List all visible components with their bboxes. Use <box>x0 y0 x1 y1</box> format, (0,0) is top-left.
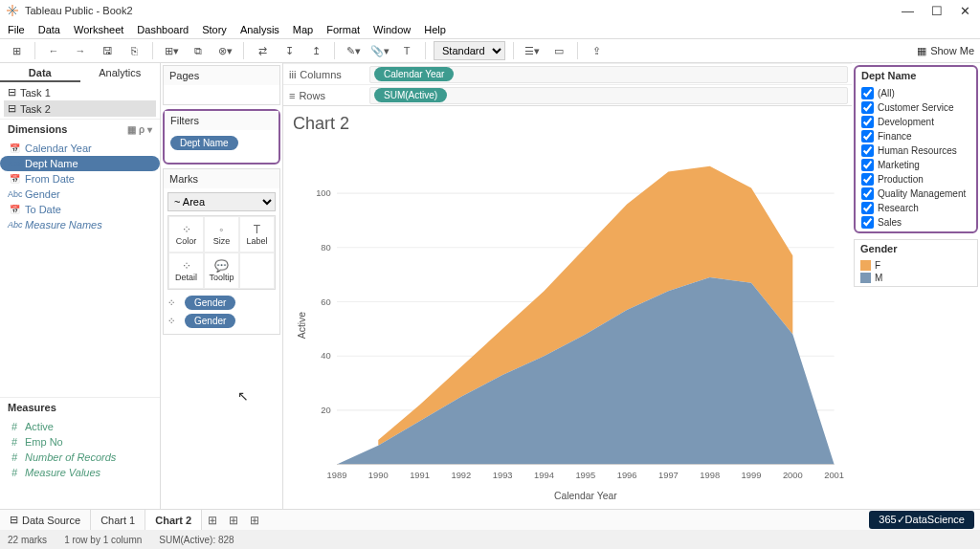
share-icon[interactable]: ⇪ <box>586 41 607 60</box>
marks-card: Marks ~ Area ⁘Color ◦Size TLabel ⁘Detail… <box>163 168 280 335</box>
dimension-field[interactable]: 📅To Date <box>0 202 160 217</box>
sort-asc-icon[interactable]: ↧ <box>278 41 300 60</box>
sheet-tabs: ⊟Data Source Chart 1 Chart 2 ⊞ ⊞ ⊞ 365✓D… <box>0 509 980 530</box>
mark-tooltip[interactable]: 💬Tooltip <box>204 253 239 289</box>
svg-text:1995: 1995 <box>575 471 595 480</box>
measure-field[interactable]: #Measure Values <box>0 465 160 480</box>
field-type-icon: # <box>8 436 21 448</box>
new-worksheet-icon[interactable]: ⊞ <box>202 514 223 527</box>
rows-pill[interactable]: SUM(Active) <box>374 88 447 102</box>
filter-checkbox[interactable]: Quality Management <box>861 187 970 201</box>
mark-label[interactable]: TLabel <box>239 216 275 253</box>
menu-format[interactable]: Format <box>326 24 360 35</box>
color-icon: ⁘ <box>167 297 183 308</box>
new-sheet-icon[interactable]: ⊞▾ <box>161 41 182 60</box>
mark-size[interactable]: ◦Size <box>204 216 239 253</box>
new-datasource-icon[interactable]: ⎘ <box>123 41 145 60</box>
connect-icon[interactable]: ⊞ <box>6 41 27 60</box>
group-icon[interactable]: 📎▾ <box>369 41 390 60</box>
close-button[interactable]: ✕ <box>960 4 970 18</box>
filter-checkbox[interactable]: (All) <box>861 86 970 100</box>
dimension-field[interactable]: 📅From Date <box>0 171 160 187</box>
menu-dashboard[interactable]: Dashboard <box>137 24 189 35</box>
filter-checkbox[interactable]: Sales <box>861 215 970 230</box>
minimize-button[interactable]: — <box>902 4 914 18</box>
status-bar: 22 marks 1 row by 1 column SUM(Active): … <box>0 530 980 549</box>
mark-color[interactable]: ⁘Color <box>168 216 204 253</box>
measure-field[interactable]: #Number of Records <box>0 450 160 465</box>
svg-text:1992: 1992 <box>451 471 471 480</box>
view-options-icon[interactable]: ▦ ρ ▾ <box>127 124 152 135</box>
filter-pill-dept[interactable]: Dept Name <box>170 136 238 150</box>
forward-icon[interactable]: → <box>70 41 91 60</box>
measure-field[interactable]: #Emp No <box>0 434 160 450</box>
dimension-field[interactable]: AbcMeasure Names <box>0 217 160 232</box>
label-icon: T <box>254 223 260 236</box>
filter-legend-pane: Dept Name (All)Customer ServiceDevelopme… <box>852 63 980 509</box>
menu-map[interactable]: Map <box>293 24 313 35</box>
new-story-icon[interactable]: ⊞ <box>244 514 265 527</box>
filter-checkbox[interactable]: Marketing <box>861 158 970 172</box>
duplicate-icon[interactable]: ⧉ <box>188 41 209 60</box>
clear-icon[interactable]: ⊗▾ <box>214 41 235 60</box>
chart-title[interactable]: Chart 2 <box>283 106 852 142</box>
measure-field[interactable]: #Active <box>0 419 160 434</box>
dimension-field[interactable]: 📅Calendar Year <box>0 141 160 156</box>
sort-desc-icon[interactable]: ↥ <box>305 41 326 60</box>
new-dashboard-icon[interactable]: ⊞ <box>223 514 244 527</box>
color-icon: ⁘ <box>182 223 191 236</box>
save-icon[interactable]: 🖫 <box>97 41 118 60</box>
filter-checkbox[interactable]: Customer Service <box>861 100 970 115</box>
highlight-icon[interactable]: ✎▾ <box>343 41 364 60</box>
datasource-icon: ⊟ <box>10 514 18 526</box>
back-icon[interactable]: ← <box>43 41 64 60</box>
swap-icon[interactable]: ⇄ <box>252 41 273 60</box>
legend-item[interactable]: F <box>860 259 971 272</box>
filter-checkbox[interactable]: Finance <box>861 129 970 143</box>
tab-data[interactable]: Data <box>0 63 80 82</box>
filter-checkbox[interactable]: Development <box>861 115 970 129</box>
sheet-tab-chart2[interactable]: Chart 2 <box>145 510 202 530</box>
fit-select[interactable]: Standard <box>434 41 505 60</box>
menu-help[interactable]: Help <box>424 24 446 35</box>
legend-item[interactable]: M <box>860 272 971 284</box>
datasource-row[interactable]: ⊟Task 2 <box>4 100 156 117</box>
columns-pill[interactable]: Calendar Year <box>374 67 454 81</box>
columns-shelf[interactable]: iiiColumns Calendar Year <box>283 63 852 84</box>
mark-detail[interactable]: ⁘Detail <box>168 253 204 289</box>
menu-data[interactable]: Data <box>38 24 60 35</box>
dimension-field[interactable]: AbcDept Name <box>0 156 160 171</box>
filter-checkbox[interactable]: Production <box>861 172 970 187</box>
dimensions-header: Dimensions ▦ ρ ▾ <box>0 119 160 139</box>
tab-analytics[interactable]: Analytics <box>80 63 161 82</box>
svg-text:1989: 1989 <box>327 471 347 480</box>
cards-icon[interactable]: ☰▾ <box>522 41 543 60</box>
svg-text:80: 80 <box>321 243 330 253</box>
menu-window[interactable]: Window <box>373 24 411 35</box>
show-me-button[interactable]: ▦ Show Me <box>917 45 974 57</box>
rows-shelf[interactable]: ≡Rows SUM(Active) <box>283 84 852 105</box>
mark-type-select[interactable]: ~ Area <box>167 192 276 211</box>
dimension-field[interactable]: AbcGender <box>0 187 160 202</box>
mark-pill-gender-detail[interactable]: Gender <box>185 314 235 328</box>
filters-card: Filters Dept Name <box>163 109 280 165</box>
area-chart[interactable]: 20406080100 1989199019911992199319941995… <box>287 145 844 505</box>
datasource-tab[interactable]: ⊟Data Source <box>0 510 91 530</box>
size-icon: ◦ <box>219 223 223 236</box>
presentation-icon[interactable]: ▭ <box>548 41 569 60</box>
legend-swatch <box>860 273 871 283</box>
sheet-tab-chart1[interactable]: Chart 1 <box>91 510 145 530</box>
svg-text:40: 40 <box>321 351 330 361</box>
menu-story[interactable]: Story <box>202 24 227 35</box>
menu-worksheet[interactable]: Worksheet <box>74 24 123 35</box>
filter-checkbox[interactable]: Research <box>861 201 970 215</box>
filter-checkbox[interactable]: Human Resources <box>861 143 970 158</box>
mark-pill-gender-color[interactable]: Gender <box>185 296 235 310</box>
menu-analysis[interactable]: Analysis <box>240 24 279 35</box>
maximize-button[interactable]: ☐ <box>931 4 943 18</box>
datasource-row[interactable]: ⊟Task 1 <box>4 84 156 100</box>
menu-file[interactable]: File <box>8 24 25 35</box>
svg-text:1990: 1990 <box>368 471 389 480</box>
field-type-icon: Abc <box>8 189 21 199</box>
totals-icon[interactable]: T <box>396 41 417 60</box>
